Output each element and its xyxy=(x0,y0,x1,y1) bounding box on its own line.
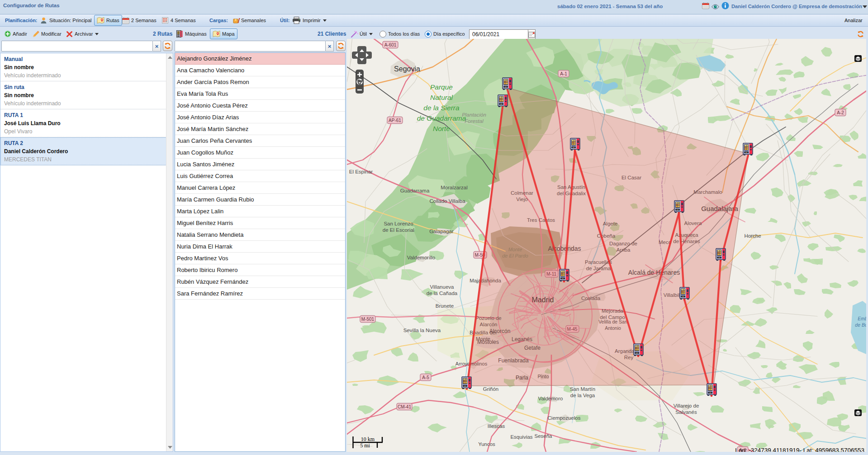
svg-text:Villanueva: Villanueva xyxy=(430,284,454,290)
svg-text:Norte: Norte xyxy=(433,125,450,132)
svg-text:Valdemoro: Valdemoro xyxy=(538,396,563,401)
svg-text:A-2: A-2 xyxy=(837,110,844,115)
svg-text:Emb: Emb xyxy=(858,316,866,321)
svg-text:San Lorenzo: San Lorenzo xyxy=(384,221,413,226)
svg-text:Collado Villalba: Collado Villalba xyxy=(429,198,465,204)
svg-text:AP-61: AP-61 xyxy=(389,118,401,123)
svg-text:Lon: -324739.41181919- Lat: 49: Lon: -324739.41181919- Lat: 4959683.5706… xyxy=(735,447,864,452)
svg-text:Griñón: Griñón xyxy=(483,386,499,392)
svg-text:CM-41: CM-41 xyxy=(398,404,411,409)
svg-text:de Guadarrama: de Guadarrama xyxy=(417,114,466,122)
svg-text:de la Vega: de la Vega xyxy=(570,393,595,398)
svg-text:Forestal: Forestal xyxy=(465,118,484,124)
svg-text:Guadarrama: Guadarrama xyxy=(400,188,430,193)
svg-text:10 km: 10 km xyxy=(361,436,375,442)
svg-text:Natural: Natural xyxy=(430,94,453,101)
svg-text:Moralzarzal: Moralzarzal xyxy=(441,185,467,190)
svg-text:de El Escorial: de El Escorial xyxy=(383,227,414,233)
svg-text:Seseña: Seseña xyxy=(534,433,552,439)
svg-text:Esquivias: Esquivias xyxy=(510,434,532,440)
svg-text:de Bue: de Bue xyxy=(855,322,866,328)
svg-text:de la Sierra: de la Sierra xyxy=(423,104,460,112)
svg-text:Villarejo de: Villarejo de xyxy=(674,403,699,408)
svg-text:Galapagar: Galapagar xyxy=(429,229,454,234)
svg-text:San Martín: San Martín xyxy=(570,386,595,392)
svg-text:Sevilla la Nueva: Sevilla la Nueva xyxy=(403,328,441,333)
svg-text:Plantación: Plantación xyxy=(462,112,486,117)
svg-text:M-501: M-501 xyxy=(361,317,375,322)
svg-text:El Espinar: El Espinar xyxy=(349,169,373,174)
svg-text:Illescas: Illescas xyxy=(488,423,505,429)
svg-text:A-1: A-1 xyxy=(560,71,567,76)
svg-text:Salvanés: Salvanés xyxy=(675,409,697,415)
svg-text:Brunete: Brunete xyxy=(436,303,454,309)
svg-text:5 mi: 5 mi xyxy=(360,442,370,449)
svg-text:de la Cañada: de la Cañada xyxy=(427,291,458,296)
svg-text:Parque: Parque xyxy=(430,83,453,91)
svg-text:Horche: Horche xyxy=(744,233,761,239)
svg-text:Valdemorillo: Valdemorillo xyxy=(407,255,435,260)
svg-text:A-5: A-5 xyxy=(422,375,429,380)
svg-text:Yuncos: Yuncos xyxy=(478,441,495,447)
svg-text:A-601: A-601 xyxy=(384,42,397,47)
svg-text:Ciempozuelos: Ciempozuelos xyxy=(548,415,581,421)
svg-text:Segovia: Segovia xyxy=(394,65,420,73)
